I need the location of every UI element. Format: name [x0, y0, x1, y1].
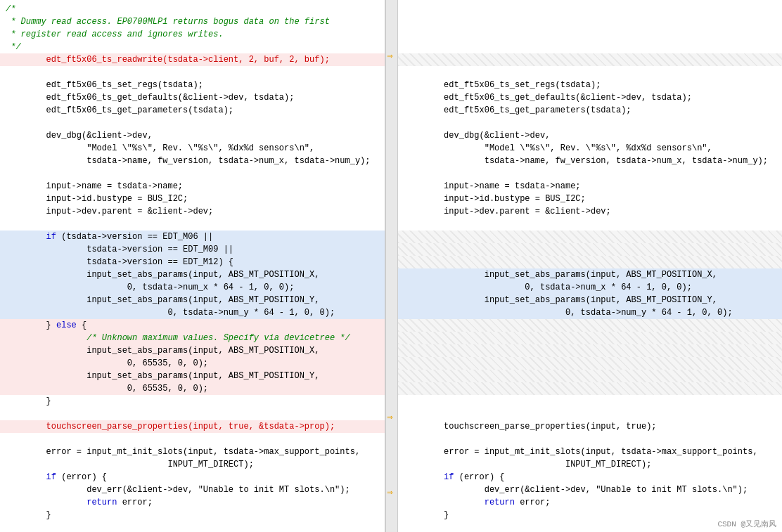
code-line: dev_err(&client->dev, "Unable to init MT… — [0, 484, 385, 496]
code-line-empty — [398, 167, 783, 180]
code-line-empty — [398, 408, 783, 420]
code-line-if-body: input_set_abs_params(input, ABS_MT_POSIT… — [398, 294, 783, 306]
code-line-empty — [398, 218, 783, 231]
code-line-if-body: 0, tsdata->num_x * 64 - 1, 0, 0); — [398, 281, 783, 294]
code-line-empty — [0, 117, 385, 129]
code-line-hatch — [398, 357, 783, 370]
code-line: if (error) { — [398, 471, 783, 484]
code-line: input->id.bustype = BUS_I2C; — [398, 193, 783, 205]
code-line-hatch — [398, 256, 783, 268]
code-line: input->dev.parent = &client->dev; — [0, 205, 385, 218]
code-line-else: } else { — [0, 319, 385, 332]
right-pane[interactable]: edt_ft5x06_ts_set_regs(tsdata); edt_ft5x… — [398, 0, 783, 532]
code-line-empty — [398, 41, 783, 53]
code-line-hatch — [398, 332, 783, 344]
code-line-hatch — [398, 370, 783, 382]
code-line-if-body: input_set_abs_params(input, ABS_MT_POSIT… — [0, 294, 385, 306]
arrow-marker-1[interactable]: ⇒ — [385, 51, 395, 60]
code-line-hatch — [398, 382, 783, 395]
code-line: edt_ft5x06_ts_set_regs(tsdata); — [398, 79, 783, 91]
code-line: tsdata->name, fw_version, tsdata->num_x,… — [0, 155, 385, 167]
code-line: input->name = tsdata->name; — [0, 180, 385, 193]
code-line-if-body: input_set_abs_params(input, ABS_MT_POSIT… — [0, 268, 385, 281]
code-line-empty — [0, 167, 385, 180]
code-line-empty — [0, 218, 385, 231]
code-line-brace: } — [0, 395, 385, 408]
code-line-else-body: 0, 65535, 0, 0); — [0, 382, 385, 395]
code-line: * register read access and ignores write… — [0, 28, 385, 41]
code-line: edt_ft5x06_ts_get_parameters(tsdata); — [0, 104, 385, 117]
arrow-marker-2[interactable]: ⇒ — [385, 412, 395, 422]
code-line: INPUT_MT_DIRECT); — [0, 458, 385, 471]
code-line: input->dev.parent = &client->dev; — [398, 205, 783, 218]
diff-view: /* * Dummy read access. EP0700MLP1 retur… — [0, 0, 782, 532]
left-pane[interactable]: /* * Dummy read access. EP0700MLP1 retur… — [0, 0, 385, 532]
code-line: edt_ft5x06_ts_get_defaults(&client->dev,… — [0, 91, 385, 104]
code-line-empty — [0, 66, 385, 79]
code-line: tsdata->name, fw_version, tsdata->num_x,… — [398, 155, 783, 167]
code-line: input->id.bustype = BUS_I2C; — [0, 193, 385, 205]
code-line-removed: edt_ft5x06_ts_readwrite(tsdata->client, … — [0, 53, 385, 66]
code-line: edt_ft5x06_ts_get_parameters(tsdata); — [398, 104, 783, 117]
code-line-empty — [398, 28, 783, 41]
diff-divider: ⇒ ⇒ ⇒ — [385, 0, 398, 532]
code-line: return error; — [0, 496, 385, 509]
code-line-hatch — [398, 53, 783, 66]
code-line: edt_ft5x06_ts_set_regs(tsdata); — [0, 79, 385, 91]
code-line-else-body: 0, 65535, 0, 0); — [0, 357, 385, 370]
code-line-empty — [398, 66, 783, 79]
code-line: * Dummy read access. EP0700MLP1 returns … — [0, 15, 385, 28]
code-line: /* — [0, 3, 385, 15]
code-line: if (error) { — [0, 471, 385, 484]
code-line: error = input_mt_init_slots(input, tsdat… — [398, 446, 783, 458]
code-line: INPUT_MT_DIRECT); — [398, 458, 783, 471]
code-line-if-body: 0, tsdata->num_x * 64 - 1, 0, 0); — [0, 281, 385, 294]
code-line-removed2: touchscreen_parse_properties(input, true… — [0, 420, 385, 433]
code-line-if-body: 0, tsdata->num_y * 64 - 1, 0, 0); — [398, 306, 783, 319]
code-line-if: if (tsdata->version == EDT_M06 || — [0, 231, 385, 243]
code-line-if: tsdata->version == EDT_M09 || — [0, 243, 385, 256]
code-line-hatch — [398, 319, 783, 332]
code-line: error = input_mt_init_slots(input, tsdat… — [0, 446, 385, 458]
code-line-else-body: input_set_abs_params(input, ABS_MT_POSIT… — [0, 344, 385, 357]
code-line-empty — [398, 15, 783, 28]
code-line-empty — [398, 433, 783, 446]
code-line-if: tsdata->version == EDT_M12) { — [0, 256, 385, 268]
code-line-hatch — [398, 344, 783, 357]
code-line: input->name = tsdata->name; — [398, 180, 783, 193]
code-line: } — [0, 509, 385, 521]
right-code-block: edt_ft5x06_ts_set_regs(tsdata); edt_ft5x… — [398, 3, 783, 532]
code-line: dev_err(&client->dev, "Unable to init MT… — [398, 484, 783, 496]
code-line-empty — [398, 395, 783, 408]
left-code-block: /* * Dummy read access. EP0700MLP1 retur… — [0, 3, 385, 532]
code-line: } — [398, 509, 783, 521]
code-line-empty — [0, 408, 385, 420]
code-line-if-body: input_set_abs_params(input, ABS_MT_POSIT… — [398, 268, 783, 281]
code-line-hatch — [398, 243, 783, 256]
code-line-empty — [0, 521, 385, 532]
code-line-empty — [0, 433, 385, 446]
code-line: dev_dbg(&client->dev, — [398, 129, 783, 142]
code-line-if-body: 0, tsdata->num_y * 64 - 1, 0, 0); — [0, 306, 385, 319]
code-line: return error; — [398, 496, 783, 509]
code-line-else-body: /* Unknown maximum values. Specify via d… — [0, 332, 385, 344]
code-line: edt_ft5x06_ts_get_defaults(&client->dev,… — [398, 91, 783, 104]
code-line-empty — [398, 3, 783, 15]
code-line-empty — [398, 521, 783, 532]
arrow-marker-3[interactable]: ⇒ — [385, 487, 395, 497]
code-line: touchscreen_parse_properties(input, true… — [398, 420, 783, 433]
code-line: "Model \"%s\", Rev. \"%s\", %dx%d sensor… — [0, 142, 385, 155]
code-line-empty — [398, 117, 783, 129]
code-line-else-body: input_set_abs_params(input, ABS_MT_POSIT… — [0, 370, 385, 382]
code-line: "Model \"%s\", Rev. \"%s\", %dx%d sensor… — [398, 142, 783, 155]
code-line-hatch — [398, 231, 783, 243]
code-line: dev_dbg(&client->dev, — [0, 129, 385, 142]
code-line: */ — [0, 41, 385, 53]
